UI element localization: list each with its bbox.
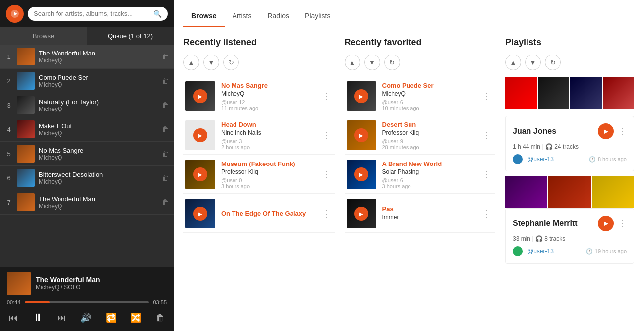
track-item[interactable]: ▶ No Mas Sangre MicheyQ @user-12 11 minu… (183, 77, 335, 115)
scroll-down-button[interactable]: ▼ (364, 55, 380, 70)
search-box[interactable]: 🔍 (28, 7, 168, 21)
delete-icon[interactable]: 🗑 (162, 77, 169, 85)
track-item[interactable]: ▶ Como Puede Ser MicheyQ @user-6 10 minu… (345, 77, 496, 115)
queue-num: 1 (5, 53, 13, 60)
refresh-button[interactable]: ↻ (223, 55, 239, 70)
play-button[interactable]: ▶ (354, 207, 368, 221)
track-name: No Mas Sangre (221, 82, 314, 89)
queue-info: Make It Out MicheyQ (39, 122, 158, 137)
queue-info: Bittersweet Desolation MicheyQ (39, 171, 158, 185)
track-item[interactable]: ▶ Head Down Nine Inch Nails @user-3 2 ho… (183, 116, 335, 155)
track-artwork: ▶ (347, 160, 376, 189)
track-item[interactable]: ▶ On The Edge Of The Galaxy ⋮ (183, 195, 335, 233)
player-progress: 00:44 03:55 (7, 299, 167, 305)
playlist-name: Stephanie Merritt (513, 219, 578, 228)
playlist-name: Juan Jones (513, 127, 556, 136)
scroll-down-button[interactable]: ▼ (525, 55, 541, 70)
queue-item[interactable]: 5 No Mas Sangre MicheyQ 🗑 (0, 142, 174, 166)
queue-num: 7 (5, 199, 13, 206)
progress-bar[interactable] (25, 301, 149, 303)
delete-icon[interactable]: 🗑 (162, 150, 169, 158)
tab-artists[interactable]: Artists (225, 6, 260, 27)
track-item[interactable]: ▶ Desert Sun Professor Kliq @user-9 28 m… (345, 116, 496, 155)
queue-thumb (17, 145, 35, 163)
track-name: Desert Sun (382, 121, 475, 128)
track-artist: Solar Phasing (382, 168, 475, 175)
queue-item[interactable]: 7 The Wonderful Man MicheyQ 🗑 (0, 190, 174, 215)
delete-icon[interactable]: 🗑 (162, 101, 169, 109)
refresh-button[interactable]: ↻ (384, 55, 400, 70)
search-input[interactable] (34, 10, 150, 17)
playlist-play-button[interactable]: ▶ (598, 123, 614, 139)
track-artwork: ▶ (185, 120, 215, 150)
playlist-play-button[interactable]: ▶ (598, 216, 614, 231)
tab-browse[interactable]: Browse (183, 6, 225, 27)
next-button[interactable]: ⏭ (55, 311, 68, 325)
playlist-more-button[interactable]: ⋮ (618, 218, 627, 229)
track-info: On The Edge Of The Galaxy (221, 210, 314, 218)
track-artist: Immer (382, 214, 475, 221)
delete-icon[interactable]: 🗑 (162, 53, 169, 60)
track-artwork: ▶ (185, 81, 215, 111)
track-more-button[interactable]: ⋮ (320, 206, 333, 221)
headphones-icon: 🎧 (535, 235, 544, 242)
scroll-up-button[interactable]: ▲ (345, 55, 360, 70)
pause-button[interactable]: ⏸ (30, 309, 45, 326)
repeat-button[interactable]: 🔁 (104, 310, 118, 325)
track-more-button[interactable]: ⋮ (320, 128, 333, 143)
queue-info: The Wonderful Man MicheyQ (39, 195, 158, 210)
player-track-info: The Wonderful Man MicheyQ / SOLO (36, 276, 100, 291)
delete-icon[interactable]: 🗑 (162, 125, 169, 133)
scroll-up-button[interactable]: ▲ (183, 55, 199, 70)
sidebar-tab-queue[interactable]: Queue (1 of 12) (87, 27, 174, 45)
queue-item[interactable]: 6 Bittersweet Desolation MicheyQ 🗑 (0, 166, 174, 190)
refresh-button[interactable]: ↻ (545, 55, 561, 70)
queue-title: Naturally (For Taylor) (39, 98, 158, 106)
scroll-down-button[interactable]: ▼ (203, 55, 219, 70)
queue-item[interactable]: 1 The Wonderful Man MicheyQ 🗑 (0, 45, 174, 69)
volume-button[interactable]: 🔊 (78, 310, 93, 325)
track-info: Pas Immer (382, 205, 475, 222)
delete-icon[interactable]: 🗑 (162, 198, 169, 206)
track-item[interactable]: ▶ Museum (Fakeout Funk) Professor Kliq @… (183, 156, 335, 194)
play-button[interactable]: ▶ (193, 128, 207, 142)
playlist-cover-strip (505, 77, 634, 109)
cover-thumb (592, 176, 634, 208)
track-more-button[interactable]: ⋮ (480, 89, 493, 104)
play-button[interactable]: ▶ (193, 167, 207, 181)
play-button[interactable]: ▶ (354, 167, 368, 181)
shuffle-button[interactable]: 🔀 (128, 310, 143, 325)
user-avatar (513, 154, 523, 164)
cover-thumb (570, 77, 602, 109)
play-button[interactable]: ▶ (193, 207, 207, 221)
playlist-cover-strip-2 (505, 176, 634, 208)
track-more-button[interactable]: ⋮ (480, 206, 493, 221)
sidebar-tab-browse[interactable]: Browse (0, 27, 87, 45)
play-button[interactable]: ▶ (193, 89, 207, 103)
track-more-button[interactable]: ⋮ (480, 167, 493, 182)
queue-item[interactable]: 2 Como Puede Ser MicheyQ 🗑 (0, 69, 174, 93)
queue-item[interactable]: 3 Naturally (For Taylor) MicheyQ 🗑 (0, 93, 174, 117)
tab-radios[interactable]: Radios (259, 6, 297, 27)
time-ago: 🕐 8 hours ago (589, 156, 627, 163)
tab-playlists[interactable]: Playlists (297, 6, 338, 27)
prev-button[interactable]: ⏮ (7, 311, 20, 325)
queue-item[interactable]: 4 Make It Out MicheyQ 🗑 (0, 117, 174, 142)
delete-queue-button[interactable]: 🗑 (154, 311, 167, 325)
delete-icon[interactable]: 🗑 (162, 174, 169, 182)
track-more-button[interactable]: ⋮ (480, 128, 493, 143)
track-artist: Professor Kliq (221, 168, 314, 175)
scroll-up-button[interactable]: ▲ (505, 55, 521, 70)
playlist-more-button[interactable]: ⋮ (618, 126, 627, 137)
user-avatar (513, 246, 523, 256)
queue-num: 6 (5, 174, 13, 182)
play-button[interactable]: ▶ (354, 89, 368, 103)
track-item[interactable]: ▶ Pas Immer ⋮ (345, 195, 496, 233)
track-info: Desert Sun Professor Kliq @user-9 28 min… (382, 121, 475, 150)
track-item[interactable]: ▶ A Brand New World Solar Phasing @user-… (345, 156, 496, 194)
track-more-button[interactable]: ⋮ (320, 89, 333, 104)
sidebar-tabs: Browse Queue (1 of 12) (0, 27, 174, 45)
play-button[interactable]: ▶ (354, 128, 368, 142)
play-overlay: ▶ (185, 199, 215, 228)
track-more-button[interactable]: ⋮ (320, 167, 333, 182)
